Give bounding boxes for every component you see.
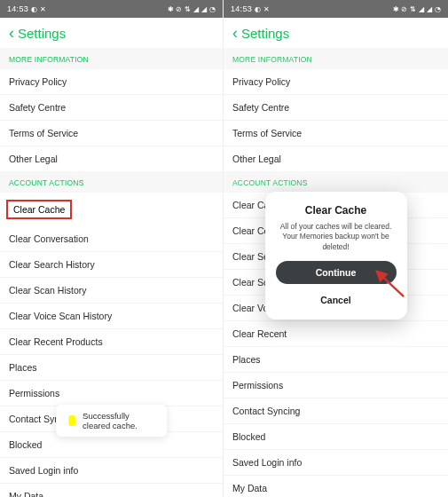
cancel-button[interactable]: Cancel [276,289,397,311]
dialog-backdrop: Clear Cache All of your caches will be c… [224,183,448,497]
row-other-legal[interactable]: Other Legal [0,146,223,171]
page-title: Settings [241,26,289,41]
status-time: 14:53 ◐ ✕ [231,4,270,13]
toast-text: Successfully cleared cache. [83,411,154,430]
header: ‹ Settings [224,18,448,48]
row-permissions[interactable]: Permissions [0,380,223,406]
page-title: Settings [18,26,66,41]
row-safety-centre[interactable]: Safety Centre [224,94,448,120]
row-clear-cache[interactable]: Clear Cache [0,193,223,226]
row-my-data[interactable]: My Data [0,483,223,497]
dialog-body: All of your caches will be cleared. Your… [276,222,397,252]
continue-button[interactable]: Continue [276,261,397,284]
row-terms-of-service[interactable]: Terms of Service [0,120,223,146]
section-account-actions: ACCOUNT ACTIONS [0,171,223,193]
toast-cleared-cache: Successfully cleared cache. [56,405,168,437]
status-indicators: ✱ ⊘ ⇅ ◢ ◢ ◔ [168,5,216,13]
status-bar: 14:53 ◐ ✕ ✱ ⊘ ⇅ ◢ ◢ ◔ [0,0,223,18]
status-time: 14:53 ◐ ✕ [7,4,46,13]
snapchat-ghost-icon [68,415,75,426]
row-clear-recent-products[interactable]: Clear Recent Products [0,328,223,354]
status-bar: 14:53 ◐ ✕ ✱ ⊘ ⇅ ◢ ◢ ◔ [224,0,448,18]
row-other-legal[interactable]: Other Legal [224,146,448,171]
section-more-information: MORE INFORMATION [224,48,448,69]
row-clear-conversation[interactable]: Clear Conversation [0,226,223,251]
row-clear-voice-scan-history[interactable]: Clear Voice Scan History [0,303,223,328]
back-icon[interactable]: ‹ [229,24,241,43]
header: ‹ Settings [0,18,223,48]
row-terms-of-service[interactable]: Terms of Service [224,120,448,146]
section-more-information: MORE INFORMATION [0,48,223,69]
row-saved-login-info[interactable]: Saved Login info [0,457,223,483]
screenshot-left: 14:53 ◐ ✕ ✱ ⊘ ⇅ ◢ ◢ ◔ ‹ Settings MORE IN… [0,0,224,497]
row-places[interactable]: Places [0,354,223,380]
highlight-clear-cache: Clear Cache [6,200,72,219]
row-privacy-policy[interactable]: Privacy Policy [0,69,223,94]
row-safety-centre[interactable]: Safety Centre [0,94,223,120]
back-icon[interactable]: ‹ [5,24,18,43]
status-indicators: ✱ ⊘ ⇅ ◢ ◢ ◔ [393,5,441,13]
dialog-title: Clear Cache [276,204,397,217]
row-privacy-policy[interactable]: Privacy Policy [224,69,448,94]
row-clear-scan-history[interactable]: Clear Scan History [0,277,223,303]
dialog-clear-cache: Clear Cache All of your caches will be c… [265,192,407,320]
row-clear-search-history[interactable]: Clear Search History [0,251,223,277]
screenshot-right: 14:53 ◐ ✕ ✱ ⊘ ⇅ ◢ ◢ ◔ ‹ Settings MORE IN… [224,0,448,497]
